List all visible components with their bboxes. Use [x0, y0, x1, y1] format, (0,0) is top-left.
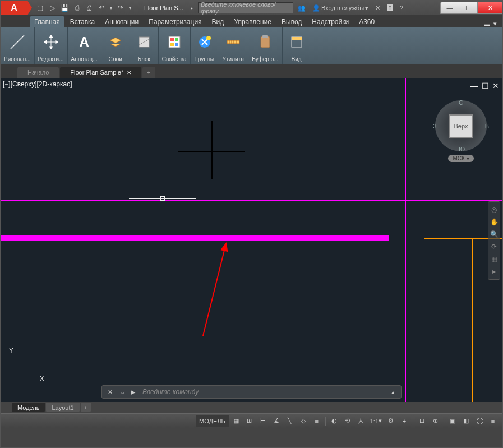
svg-rect-6: [175, 43, 178, 46]
scale-label[interactable]: 1:1 ▾: [368, 415, 384, 427]
start-tab[interactable]: Начало: [17, 67, 59, 78]
viewcube-top[interactable]: Верх: [449, 114, 473, 138]
maximize-button[interactable]: ☐: [459, 2, 478, 14]
transparency-icon[interactable]: ◐: [328, 415, 340, 427]
annomonitor-icon[interactable]: ⊕: [429, 415, 441, 427]
navigation-bar: ◎ ✋ 🔍 ⟳ ▦ ▸: [488, 201, 500, 280]
command-line[interactable]: ✕ ⌄ ▶_ Введите команду ▴: [101, 385, 402, 399]
osnap-icon[interactable]: ◇: [297, 415, 310, 427]
panel-annotation: A Аннотац...: [68, 27, 101, 64]
line-icon[interactable]: [7, 31, 28, 53]
cleanscreen-icon[interactable]: ⛶: [473, 415, 486, 427]
polar-icon[interactable]: ∡: [270, 415, 283, 427]
text-icon[interactable]: A: [73, 31, 95, 53]
help-icon[interactable]: ?: [398, 2, 405, 13]
viewport-controls: — ☐ ✕: [470, 81, 499, 90]
drawing-canvas[interactable]: [−][Сверху][2D-каркас] — ☐ ✕ Y X С Ю З В…: [1, 78, 502, 402]
cmd-options-icon[interactable]: ⌄: [118, 389, 127, 396]
navbar-expand-icon[interactable]: ▸: [490, 267, 499, 276]
tab-annotate[interactable]: Аннотации: [100, 16, 143, 27]
vp-minimize-icon[interactable]: —: [470, 81, 478, 90]
drawing-tab[interactable]: Floor Plan Sample*✕: [60, 67, 141, 78]
plot-icon[interactable]: 🖨: [84, 2, 95, 13]
undo-icon[interactable]: ↶: [96, 2, 107, 13]
infocenter-icon[interactable]: 👥: [296, 2, 308, 13]
cmd-history-icon[interactable]: ▴: [389, 389, 398, 396]
tab-insert[interactable]: Вставка: [66, 16, 100, 27]
cmd-close-icon[interactable]: ✕: [105, 389, 114, 396]
isodraft-icon[interactable]: ╲: [284, 415, 296, 427]
space-toggle[interactable]: МОДЕЛЬ: [196, 415, 229, 427]
minimize-button[interactable]: —: [440, 2, 459, 14]
svg-rect-17: [292, 37, 302, 40]
cycling-icon[interactable]: ⟲: [342, 415, 354, 427]
customize-icon[interactable]: ≡: [487, 415, 499, 427]
isolate-icon[interactable]: ◧: [460, 415, 472, 427]
pan-icon[interactable]: ✋: [490, 218, 499, 227]
tab-manage[interactable]: Управление: [229, 16, 276, 27]
app-logo[interactable]: A: [1, 1, 27, 15]
title-bar: A ▢ ▷ 💾 ⎙ 🖨 ↶ ▾ ↷ ▾ Floor Plan S... ▸ Вв…: [1, 1, 502, 15]
ortho-icon[interactable]: ⊢: [257, 415, 269, 427]
saveas-icon[interactable]: ⎙: [71, 2, 82, 13]
tab-parametric[interactable]: Параметризация: [144, 16, 206, 27]
search-input[interactable]: Введите ключевое слово/фразу: [198, 2, 293, 13]
undo-dropdown-icon[interactable]: ▾: [108, 2, 114, 13]
title-dropdown-icon[interactable]: ▸: [189, 2, 195, 13]
panel-layers: Слои: [101, 27, 130, 64]
paste-icon[interactable]: [255, 31, 276, 53]
cmd-input[interactable]: Введите команду: [142, 388, 385, 396]
groups-icon[interactable]: [194, 31, 215, 53]
open-icon[interactable]: ▷: [47, 2, 58, 13]
status-bar: МОДЕЛЬ ▦ ⊞ ⊢ ∡ ╲ ◇ ≡ ◐ ⟲ 人 1:1 ▾ ⚙ + ⊡ ⊕…: [1, 413, 502, 428]
new-tab-button[interactable]: +: [142, 67, 155, 78]
cmd-prompt-icon: ▶_: [130, 389, 139, 396]
workspace-icon[interactable]: ⊡: [416, 415, 428, 427]
annosync-icon[interactable]: +: [398, 415, 410, 427]
tab-a360[interactable]: A360: [354, 16, 379, 27]
svg-rect-4: [175, 38, 178, 41]
gear-icon[interactable]: ⚙: [385, 415, 397, 427]
snap-icon[interactable]: ⊞: [243, 415, 256, 427]
redo-dropdown-icon[interactable]: ▾: [127, 2, 133, 13]
vp-maximize-icon[interactable]: ☐: [482, 81, 489, 90]
properties-icon[interactable]: [164, 31, 185, 53]
model-tab[interactable]: Модель: [12, 403, 45, 412]
wheel-icon[interactable]: ◎: [490, 205, 499, 214]
annoscale-icon[interactable]: 人: [355, 415, 367, 427]
view-icon[interactable]: [286, 31, 307, 53]
showmotion-icon[interactable]: ▦: [490, 255, 499, 264]
tab-home[interactable]: Главная: [30, 16, 64, 27]
tab-output[interactable]: Вывод: [277, 16, 306, 27]
grid-icon[interactable]: ▦: [230, 415, 242, 427]
measure-icon[interactable]: [223, 31, 244, 53]
a360-icon[interactable]: 🅰: [385, 2, 395, 13]
viewport-label[interactable]: [−][Сверху][2D-каркас]: [3, 80, 72, 88]
zoom-icon[interactable]: 🔍: [490, 230, 499, 239]
tab-addins[interactable]: Надстройки: [307, 16, 353, 27]
orbit-icon[interactable]: ⟳: [490, 242, 499, 251]
hwaccel-icon[interactable]: ▣: [446, 415, 459, 427]
ucs-dropdown[interactable]: МСК ▾: [448, 155, 473, 162]
thumbnail-icon[interactable]: ▬: [484, 21, 490, 27]
block-icon[interactable]: [133, 31, 155, 53]
panel-clipboard: Буфер о...: [248, 27, 282, 64]
expand-icon[interactable]: ▾: [493, 20, 497, 27]
close-button[interactable]: ✕: [477, 2, 503, 14]
layers-icon[interactable]: [105, 31, 126, 53]
tab-view[interactable]: Вид: [207, 16, 229, 27]
panel-block: Блок: [130, 27, 159, 64]
new-icon[interactable]: ▢: [34, 2, 45, 13]
svg-rect-15: [262, 35, 268, 38]
save-icon[interactable]: 💾: [59, 2, 70, 13]
move-icon[interactable]: [40, 31, 62, 53]
redo-icon[interactable]: ↷: [115, 2, 126, 13]
vp-close-icon[interactable]: ✕: [492, 81, 499, 90]
add-layout-button[interactable]: +: [81, 403, 91, 412]
close-tab-icon[interactable]: ✕: [127, 70, 131, 76]
layout1-tab[interactable]: Layout1: [46, 403, 79, 412]
lineweight-icon[interactable]: ≡: [311, 415, 323, 427]
signin-button[interactable]: 👤 Вход в службы ▾: [310, 2, 371, 13]
exchange-icon[interactable]: ✕: [373, 2, 382, 13]
viewcube[interactable]: С Ю З В Верх МСК ▾: [433, 100, 489, 162]
